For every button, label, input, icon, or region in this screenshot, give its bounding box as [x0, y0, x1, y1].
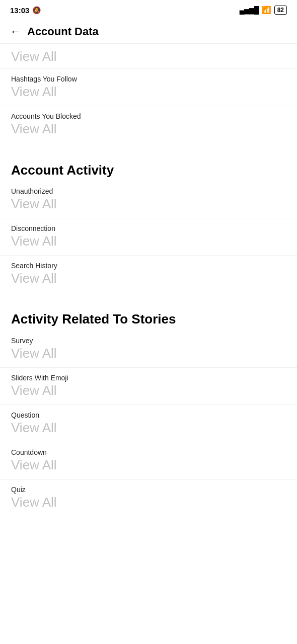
- spacer: [0, 290, 297, 302]
- content: View All Hashtags You Follow View All Ac…: [0, 44, 297, 514]
- disconnection-view-all[interactable]: View All: [11, 233, 286, 249]
- partial-view-all-link[interactable]: View All: [11, 49, 57, 64]
- unauthorized-label: Unauthorized: [11, 187, 286, 195]
- quiz-view-all[interactable]: View All: [11, 495, 286, 510]
- quiz-label: Quiz: [11, 486, 286, 494]
- divider: [0, 255, 297, 256]
- survey-item: Survey View All: [0, 333, 297, 365]
- search-history-item: Search History View All: [0, 258, 297, 290]
- search-history-view-all[interactable]: View All: [11, 271, 286, 286]
- disconnection-label: Disconnection: [11, 224, 286, 232]
- survey-label: Survey: [11, 337, 286, 345]
- sliders-emoji-view-all[interactable]: View All: [11, 383, 286, 398]
- divider: [0, 405, 297, 405]
- back-button[interactable]: ←: [10, 25, 21, 38]
- hashtags-label: Hashtags You Follow: [11, 75, 286, 83]
- signal-icon: ▄▅▆█: [240, 6, 259, 14]
- divider: [0, 479, 297, 479]
- hashtags-view-all[interactable]: View All: [11, 84, 286, 100]
- quiz-item: Quiz View All: [0, 481, 297, 514]
- divider: [0, 106, 297, 106]
- page-title: Account Data: [27, 25, 99, 38]
- countdown-item: Countdown View All: [0, 444, 297, 477]
- unauthorized-item: Unauthorized View All: [0, 183, 297, 216]
- spacer: [0, 141, 297, 153]
- sliders-emoji-item: Sliders With Emoji View All: [0, 370, 297, 403]
- sliders-emoji-label: Sliders With Emoji: [11, 374, 286, 382]
- partial-view-all-item: View All: [0, 44, 297, 66]
- activity-stories-title: Activity Related To Stories: [11, 311, 286, 327]
- accounts-blocked-item: Accounts You Blocked View All: [0, 108, 297, 141]
- search-history-label: Search History: [11, 262, 286, 270]
- question-view-all[interactable]: View All: [11, 420, 286, 436]
- unauthorized-view-all[interactable]: View All: [11, 196, 286, 212]
- hashtags-item: Hashtags You Follow View All: [0, 71, 297, 104]
- question-item: Question View All: [0, 407, 297, 440]
- divider: [0, 68, 297, 69]
- activity-stories-header: Activity Related To Stories: [0, 302, 297, 332]
- countdown-view-all[interactable]: View All: [11, 457, 286, 473]
- status-bar: 13:03 🔕 ▄▅▆█ 📶 82: [0, 0, 297, 20]
- battery-icon: 82: [274, 6, 287, 15]
- divider: [0, 367, 297, 368]
- survey-view-all[interactable]: View All: [11, 346, 286, 361]
- question-label: Question: [11, 411, 286, 419]
- status-time: 13:03: [10, 6, 29, 15]
- divider: [0, 442, 297, 442]
- wifi-icon: 📶: [262, 6, 271, 15]
- header: ← Account Data: [0, 20, 297, 44]
- divider: [0, 218, 297, 218]
- account-activity-title: Account Activity: [11, 163, 286, 178]
- account-activity-header: Account Activity: [0, 153, 297, 183]
- status-icons: ▄▅▆█ 📶 82: [240, 6, 287, 15]
- accounts-blocked-view-all[interactable]: View All: [11, 121, 286, 137]
- accounts-blocked-label: Accounts You Blocked: [11, 112, 286, 120]
- mute-icon: 🔕: [32, 6, 41, 14]
- disconnection-item: Disconnection View All: [0, 220, 297, 253]
- countdown-label: Countdown: [11, 448, 286, 456]
